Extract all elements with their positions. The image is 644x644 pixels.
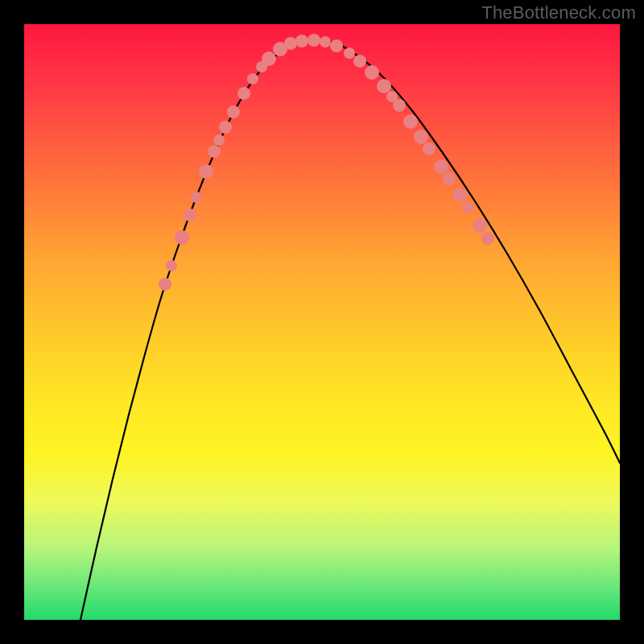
watermark-text: TheBottleneck.com bbox=[481, 2, 636, 23]
highlight-dots bbox=[159, 34, 494, 291]
highlight-dot bbox=[320, 36, 331, 47]
highlight-dot bbox=[295, 35, 308, 47]
highlight-dot bbox=[308, 34, 320, 47]
highlight-dot bbox=[237, 87, 250, 100]
highlight-dot bbox=[213, 134, 225, 146]
curve-layer bbox=[24, 24, 620, 620]
highlight-dot bbox=[227, 105, 240, 118]
highlight-dot bbox=[443, 172, 456, 185]
highlight-dot bbox=[473, 218, 487, 233]
highlight-dot bbox=[262, 52, 276, 66]
highlight-dot bbox=[247, 73, 258, 85]
highlight-dot bbox=[219, 121, 232, 134]
highlight-dot bbox=[166, 260, 177, 271]
plot-area bbox=[24, 24, 620, 620]
highlight-dot bbox=[184, 208, 196, 221]
highlight-dot bbox=[208, 145, 221, 158]
bottleneck-curve bbox=[80, 40, 620, 620]
highlight-dot bbox=[481, 232, 494, 245]
highlight-dot bbox=[377, 79, 391, 93]
highlight-dot bbox=[393, 99, 406, 112]
highlight-dot bbox=[191, 192, 202, 203]
highlight-dot bbox=[353, 55, 366, 68]
highlight-dot bbox=[434, 159, 448, 174]
highlight-dot bbox=[462, 202, 473, 213]
highlight-dot bbox=[199, 164, 213, 179]
highlight-dot bbox=[330, 39, 343, 52]
highlight-dot bbox=[159, 278, 171, 291]
highlight-dot bbox=[452, 188, 467, 202]
highlight-dot bbox=[365, 65, 379, 80]
highlight-dot bbox=[175, 230, 189, 245]
highlight-dot bbox=[423, 142, 436, 155]
highlight-dot bbox=[403, 114, 418, 129]
highlight-dot bbox=[284, 37, 297, 50]
highlight-dot bbox=[414, 130, 428, 144]
highlight-dot bbox=[344, 47, 355, 59]
